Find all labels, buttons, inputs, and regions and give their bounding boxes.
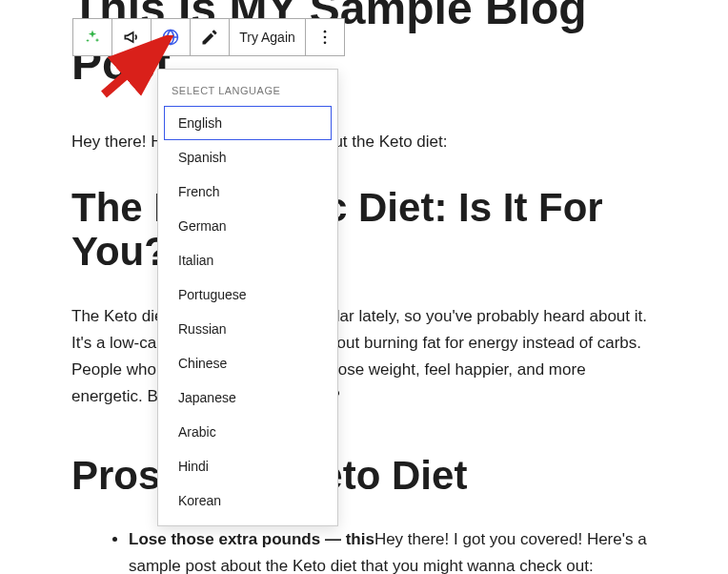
edit-button[interactable] — [191, 19, 230, 55]
list-item-bold: Lose those extra pounds — this — [129, 530, 374, 548]
ai-sparkle-button[interactable] — [73, 19, 112, 55]
more-options-button[interactable] — [306, 19, 344, 55]
language-dropdown: SELECT LANGUAGE EnglishSpanishFrenchGerm… — [157, 69, 338, 526]
pencil-icon — [200, 28, 219, 47]
language-globe-button[interactable] — [152, 19, 191, 55]
svg-point-3 — [324, 42, 327, 45]
language-option[interactable]: Korean — [164, 483, 332, 518]
language-option[interactable]: Russian — [164, 312, 332, 346]
megaphone-icon — [122, 28, 141, 47]
language-option[interactable]: French — [164, 174, 332, 209]
language-option[interactable]: German — [164, 209, 332, 243]
language-option[interactable]: Arabic — [164, 415, 332, 449]
dropdown-header: SELECT LANGUAGE — [158, 79, 337, 106]
language-option[interactable]: Chinese — [164, 346, 332, 380]
sparkle-icon — [83, 28, 102, 47]
try-again-label: Try Again — [239, 30, 295, 45]
language-option[interactable]: Italian — [164, 243, 332, 277]
svg-point-1 — [324, 31, 327, 33]
more-vertical-icon — [315, 28, 334, 47]
pros-list: Lose those extra pounds — thisHey there!… — [71, 526, 657, 574]
language-option[interactable]: Spanish — [164, 140, 332, 174]
language-option[interactable]: Hindi — [164, 449, 332, 483]
svg-point-2 — [324, 36, 327, 39]
language-option[interactable]: Portuguese — [164, 277, 332, 312]
language-option[interactable]: English — [164, 106, 332, 140]
list-item: Lose those extra pounds — thisHey there!… — [129, 526, 657, 574]
globe-icon — [161, 28, 180, 47]
block-toolbar: Try Again — [72, 18, 345, 56]
announce-button[interactable] — [112, 19, 152, 55]
language-option[interactable]: Japanese — [164, 380, 332, 415]
try-again-button[interactable]: Try Again — [230, 19, 306, 55]
